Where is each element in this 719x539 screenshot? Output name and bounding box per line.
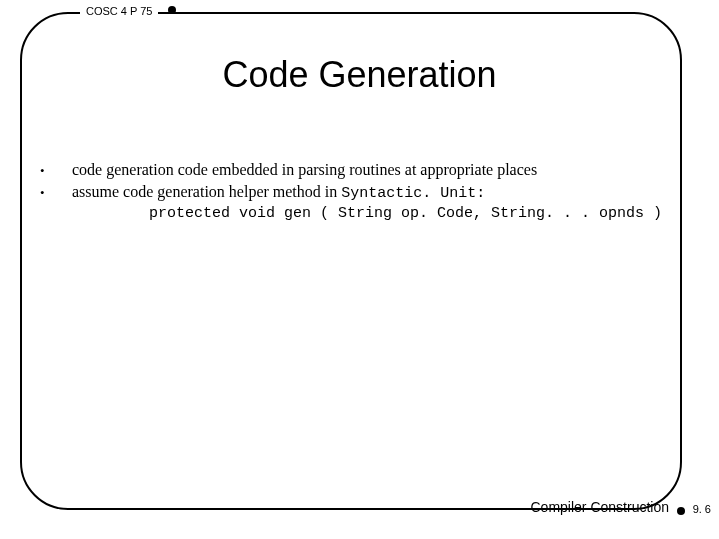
footer-text: Compiler Construction bbox=[531, 499, 670, 515]
bullet-marker: • bbox=[40, 182, 72, 202]
decorative-dot-bottom bbox=[677, 507, 685, 515]
page-number: 9. 6 bbox=[693, 503, 711, 515]
code-line: protected void gen ( String op. Code, St… bbox=[122, 204, 680, 224]
bullet-text: assume code generation helper method in … bbox=[72, 182, 680, 204]
slide-title: Code Generation bbox=[0, 54, 719, 96]
content-area: • code generation code embedded in parsi… bbox=[40, 160, 680, 224]
decorative-dot-top bbox=[168, 6, 176, 14]
bullet-item: • assume code generation helper method i… bbox=[40, 182, 680, 204]
bullet-text-prefix: assume code generation helper method in bbox=[72, 183, 341, 200]
bullet-marker: • bbox=[40, 160, 72, 180]
course-label: COSC 4 P 75 bbox=[80, 5, 158, 17]
bullet-text-mono: Syntactic. Unit: bbox=[341, 185, 485, 202]
bullet-text: code generation code embedded in parsing… bbox=[72, 160, 680, 181]
bullet-item: • code generation code embedded in parsi… bbox=[40, 160, 680, 181]
